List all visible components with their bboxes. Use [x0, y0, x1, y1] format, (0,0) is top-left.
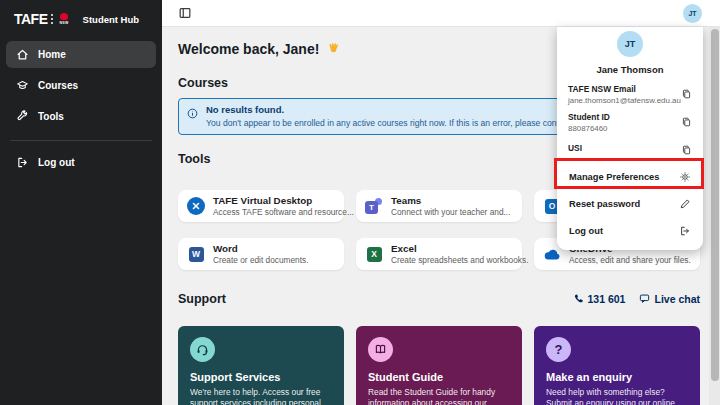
- logout-icon: [679, 225, 691, 237]
- sidebar-item-label: Courses: [38, 80, 78, 91]
- live-chat-link[interactable]: Live chat: [639, 293, 700, 306]
- home-icon: [16, 48, 29, 61]
- tafe-virtual-desktop-icon: [187, 197, 205, 215]
- menu-item-reset-password[interactable]: Reset password: [557, 190, 703, 217]
- profile-name: Jane Thomson: [557, 64, 703, 75]
- support-grid: Support Services We're here to help. Acc…: [178, 326, 700, 405]
- copy-icon[interactable]: [681, 114, 692, 126]
- tool-card-tafe-virtual-desktop[interactable]: TAFE Virtual Desktop Access TAFE softwar…: [178, 190, 344, 222]
- question-icon: ?: [546, 337, 571, 362]
- teams-icon: T: [365, 197, 383, 215]
- gear-icon: [679, 171, 691, 183]
- sidebar-item-label: Log out: [38, 157, 75, 168]
- sidebar: TAFE NSW Student Hub Home Courses Tools: [0, 0, 162, 405]
- support-card-make-an-enquiry[interactable]: ? Make an enquiry Need help with somethi…: [534, 326, 700, 405]
- support-contact: 131 601 Live chat: [573, 293, 701, 306]
- support-card-student-guide[interactable]: Student Guide Read the Student Guide for…: [356, 326, 522, 405]
- profile-field-usi: USI: [568, 143, 692, 153]
- sidebar-item-home[interactable]: Home: [6, 41, 156, 68]
- menu-divider: [557, 160, 703, 161]
- sidebar-item-tools[interactable]: Tools: [6, 103, 156, 130]
- tafe-logo-text: TAFE: [14, 11, 48, 27]
- sidebar-item-label: Tools: [38, 111, 64, 122]
- onedrive-icon: [543, 245, 561, 263]
- word-icon: W: [187, 245, 205, 263]
- excel-icon: X: [365, 245, 383, 263]
- waving-hand-icon: [327, 42, 340, 55]
- book-icon: [368, 337, 393, 362]
- logout-icon: [16, 156, 29, 169]
- profile-avatar: JT: [617, 31, 643, 57]
- sidebar-divider: [10, 140, 152, 141]
- info-icon: [187, 105, 198, 116]
- pencil-icon: [679, 198, 691, 210]
- tool-card-word[interactable]: W Word Create or edit documents.: [178, 238, 344, 270]
- topbar: JT: [162, 0, 720, 27]
- avatar[interactable]: JT: [683, 4, 702, 23]
- scrollbar-track[interactable]: [709, 27, 720, 405]
- profile-field-student-id: Student ID 880876460: [568, 112, 692, 133]
- menu-item-logout[interactable]: Log out: [557, 217, 703, 244]
- sidebar-item-logout[interactable]: Log out: [6, 149, 156, 176]
- tafe-logo-dots: [51, 14, 53, 24]
- profile-menu: JT Jane Thomson TAFE NSW Email jane.thom…: [557, 27, 703, 250]
- sidebar-item-label: Home: [38, 49, 66, 60]
- sidebar-item-courses[interactable]: Courses: [6, 72, 156, 99]
- waratah-icon: NSW: [60, 13, 69, 25]
- profile-field-email: TAFE NSW Email jane.thomson1@tafensw.edu…: [568, 84, 692, 105]
- support-card-support-services[interactable]: Support Services We're here to help. Acc…: [178, 326, 344, 405]
- copy-icon[interactable]: [681, 142, 692, 154]
- copy-icon[interactable]: [681, 86, 692, 98]
- courses-icon: [16, 79, 29, 92]
- tool-card-teams[interactable]: T Teams Connect with your teacher and...: [356, 190, 522, 222]
- chat-icon: [639, 293, 650, 306]
- phone-link[interactable]: 131 601: [573, 293, 626, 306]
- menu-item-manage-preferences[interactable]: Manage Preferences: [557, 163, 703, 190]
- headset-icon: [190, 337, 215, 362]
- support-heading: Support: [178, 292, 226, 306]
- tool-card-excel[interactable]: X Excel Create spreadsheets and workbook…: [356, 238, 522, 270]
- phone-icon: [573, 293, 584, 306]
- app-title: Student Hub: [83, 14, 139, 25]
- support-header-row: Support 131 601 Live chat: [178, 292, 700, 306]
- sidebar-nav: Home Courses Tools Log out: [0, 37, 162, 184]
- tools-icon: [16, 110, 29, 123]
- app-logo: TAFE NSW Student Hub: [0, 0, 162, 37]
- scrollbar-thumb[interactable]: [711, 29, 719, 381]
- sidebar-toggle-icon[interactable]: [178, 6, 192, 20]
